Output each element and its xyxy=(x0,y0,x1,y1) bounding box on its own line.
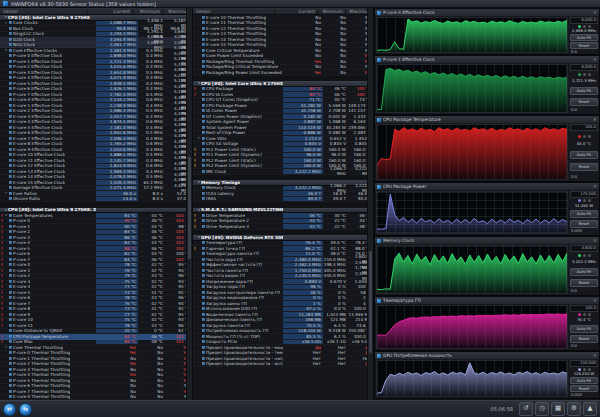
minimum-value: Нет xyxy=(323,345,348,350)
minimum-value: 43 °C xyxy=(138,323,165,328)
settings-gear-icon[interactable]: ⚙ xyxy=(567,402,581,416)
reset-button[interactable]: Reset xyxy=(570,163,598,171)
reset-button[interactable]: Reset xyxy=(570,220,598,228)
graph-titlebar[interactable]: P-core 1 Effective Clock× xyxy=(375,56,599,63)
graph-plot-area[interactable] xyxy=(376,191,568,234)
inactive-series-dot[interactable] xyxy=(588,199,591,202)
tree-expander-icon[interactable]: v xyxy=(4,48,8,52)
scrollbar-thumb[interactable] xyxy=(369,251,372,353)
tree-expander-icon[interactable]: v xyxy=(4,213,8,217)
series-indicator-dots[interactable] xyxy=(570,73,598,76)
auto-fit-button[interactable]: Auto Fit xyxy=(570,210,598,218)
logging-icon[interactable]: ▦ xyxy=(551,402,565,416)
graph-plot-area[interactable] xyxy=(376,17,568,53)
inactive-series-dot[interactable] xyxy=(583,254,586,257)
series-indicator-dots[interactable] xyxy=(570,199,598,202)
reset-values-icon[interactable]: ↺ xyxy=(519,402,533,416)
sensor-label: Average Effective Clock xyxy=(13,185,63,190)
reset-button[interactable]: Reset xyxy=(570,385,598,392)
auto-fit-button[interactable]: Auto Fit xyxy=(570,325,598,333)
minimum-value: 0.3 MHz xyxy=(138,87,165,92)
graph-plot-area[interactable] xyxy=(376,64,568,113)
minimum-value: 48 °C xyxy=(138,340,165,345)
close-icon[interactable]: × xyxy=(593,184,597,189)
inactive-series-dot[interactable] xyxy=(583,135,586,138)
active-series-dot[interactable] xyxy=(578,313,581,316)
series-indicator-dots[interactable] xyxy=(570,254,598,257)
column-header-minimum[interactable]: Minimum xyxy=(132,9,162,14)
column-header-minimum[interactable]: Minimum xyxy=(317,9,345,14)
close-icon[interactable]: × xyxy=(593,298,597,303)
inactive-series-dot[interactable] xyxy=(583,313,586,316)
close-icon[interactable]: × xyxy=(593,57,597,62)
graph-plot-area[interactable] xyxy=(376,245,568,294)
auto-fit-button[interactable]: Auto Fit xyxy=(570,34,598,41)
clock-icon[interactable]: ◷ xyxy=(535,402,549,416)
active-series-dot[interactable] xyxy=(578,135,581,138)
sync-values-icon[interactable]: ⇆ xyxy=(19,403,32,416)
inactive-series-dot[interactable] xyxy=(588,313,591,316)
reset-button[interactable]: Reset xyxy=(570,42,598,49)
sensor-type-icon xyxy=(202,186,205,189)
left-sensor-table-scrollbar[interactable] xyxy=(186,8,192,400)
close-icon[interactable]: × xyxy=(593,117,597,122)
scrollbar-thumb[interactable] xyxy=(188,157,191,259)
tree-expander-icon[interactable]: v xyxy=(4,345,8,349)
middle-sensor-table-scrollbar[interactable] xyxy=(367,8,373,400)
sensor-name-cell: Динамическая память ГП xyxy=(197,317,283,322)
auto-fit-button[interactable]: Auto Fit xyxy=(570,377,598,384)
tree-expander-icon[interactable]: > xyxy=(197,136,201,140)
reset-button[interactable]: Reset xyxy=(570,98,598,106)
column-header-current[interactable]: Current xyxy=(87,9,132,14)
graph-titlebar[interactable]: GPU Потребляемая мощность× xyxy=(375,352,599,359)
column-header-sensor[interactable]: Sensor xyxy=(193,9,274,14)
graph-titlebar[interactable]: CPU Package Temperature× xyxy=(375,116,599,123)
window-titlebar[interactable]: HWiNFO64 v8.30-5830 Sensor Status [358 v… xyxy=(0,0,600,8)
close-icon[interactable]: × xyxy=(593,10,597,15)
inactive-series-dot[interactable] xyxy=(588,135,591,138)
middle-sensor-table-header[interactable]: SensorCurrentMinimumMaximum xyxy=(193,8,373,15)
graph-window-4: Memory Clock×3,600.03,222.2 MHzAuto FitR… xyxy=(374,236,600,296)
close-icon[interactable]: × xyxy=(593,353,597,358)
swap-columns-icon[interactable]: ⇄ xyxy=(3,403,16,416)
inactive-series-dot[interactable] xyxy=(583,73,586,76)
series-indicator-dots[interactable] xyxy=(570,313,598,316)
auto-fit-button[interactable]: Auto Fit xyxy=(570,268,598,276)
graph-plot-area[interactable] xyxy=(376,305,568,349)
column-header-current[interactable]: Current xyxy=(274,9,317,14)
series-indicator-dots[interactable] xyxy=(570,135,598,138)
active-series-dot[interactable] xyxy=(578,199,581,202)
sensor-type-icon xyxy=(202,170,205,173)
inactive-series-dot[interactable] xyxy=(588,73,591,76)
inactive-series-dot[interactable] xyxy=(583,199,586,202)
sensor-name-cell: Температура памяти ГП xyxy=(197,251,283,256)
graph-titlebar[interactable]: P-core 0 Effective Clock× xyxy=(375,9,599,16)
tree-expander-icon[interactable]: > xyxy=(4,191,8,195)
auto-fit-button[interactable]: Auto Fit xyxy=(570,87,598,95)
current-value: 128.204 W xyxy=(283,329,323,334)
inactive-series-dot[interactable] xyxy=(588,254,591,257)
minimum-value: No xyxy=(138,384,165,389)
graph-titlebar[interactable]: Температура ГП× xyxy=(375,297,599,304)
sensor-row[interactable]: Предел производительности - использовани… xyxy=(193,362,373,368)
graph-titlebar[interactable]: Memory Clock× xyxy=(375,237,599,244)
sensor-label: E-core 5 Effective Clock xyxy=(13,125,63,130)
reset-button[interactable]: Reset xyxy=(570,279,598,287)
sensor-name-cell: E-core 5 xyxy=(4,290,96,295)
close-icon[interactable]: × xyxy=(593,238,597,243)
auto-fit-button[interactable]: Auto Fit xyxy=(570,151,598,159)
active-series-dot[interactable] xyxy=(578,254,581,257)
graph-plot-area[interactable] xyxy=(376,124,568,180)
graph-plot-area[interactable] xyxy=(376,360,568,397)
collapse-icon[interactable]: ▲ xyxy=(583,402,597,416)
tree-expander-icon[interactable]: > xyxy=(4,21,8,25)
graph-titlebar[interactable]: CPU Package Power× xyxy=(375,183,599,190)
active-series-dot[interactable] xyxy=(578,73,581,76)
sensor-label: Drive Temperature 3 xyxy=(206,224,249,229)
current-value: 1,026.3 MHz xyxy=(96,180,138,185)
column-header-sensor[interactable]: Sensor xyxy=(0,9,87,14)
sensor-name-cell: NGU Clock xyxy=(4,42,96,47)
reset-button[interactable]: Reset xyxy=(570,335,598,343)
left-sensor-table-header[interactable]: SensorCurrentMinimumMaximum xyxy=(0,8,192,15)
minimum-value: 44 °C xyxy=(138,224,165,229)
